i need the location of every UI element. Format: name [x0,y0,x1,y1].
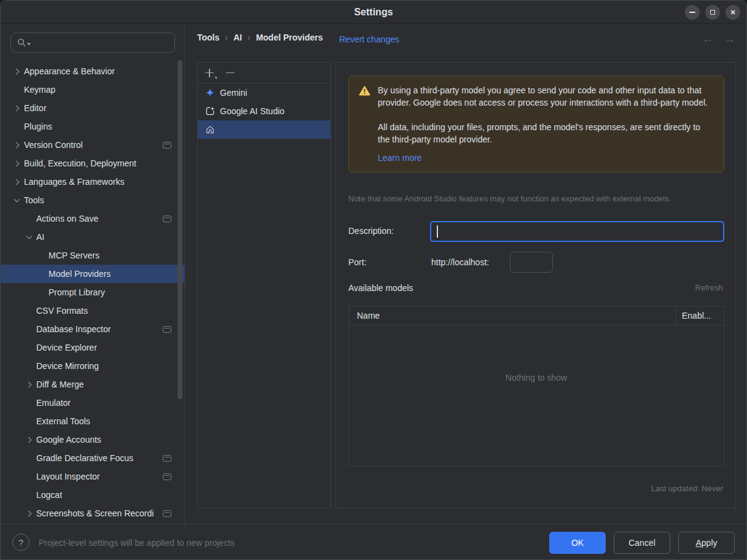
chevron-right-icon[interactable] [10,139,23,151]
maximize-button[interactable] [705,5,720,20]
minimize-button[interactable] [685,5,700,20]
chevron-spacer [23,323,35,335]
search-input[interactable] [32,38,174,48]
sidebar-item-mcp-servers[interactable]: MCP Servers [1,246,185,265]
sidebar-item-editor[interactable]: Editor [1,99,185,117]
sidebar-item-model-providers[interactable]: Model Providers [1,265,185,283]
search-icon[interactable] [17,38,31,47]
sidebar-item-plugins[interactable]: Plugins [1,117,185,136]
cancel-button[interactable]: Cancel [614,532,670,554]
project-settings-icon [163,510,171,517]
back-arrow-icon[interactable]: ← [702,33,714,46]
chevron-right-icon[interactable] [23,378,35,391]
provider-item-gemini[interactable]: Gemini [198,84,330,102]
add-provider-button[interactable] [205,69,214,77]
sidebar-item-emulator[interactable]: Emulator [1,394,185,412]
column-header-enabled[interactable]: Enabl... [676,306,724,325]
sidebar-item-ai[interactable]: AI [1,228,185,246]
port-prefix: http://localhost: [431,257,489,267]
search-box[interactable] [10,33,175,53]
banner-text: By using a third-party model you agree t… [378,84,713,164]
chevron-right-icon[interactable] [23,507,35,519]
sidebar-scrollbar[interactable] [178,60,182,399]
sidebar-item-label: Appearance & Behavior [24,66,115,76]
sidebar-item-build-execution-deployment[interactable]: Build, Execution, Deployment [1,154,185,173]
forward-arrow-icon[interactable]: → [724,33,735,46]
sidebar-item-label: Logcat [36,490,62,500]
chevron-spacer [35,249,47,262]
maximize-icon [710,10,715,15]
chevron-right-icon[interactable] [10,102,23,114]
sidebar-item-languages-frameworks[interactable]: Languages & Frameworks [1,173,185,191]
chevron-spacer [23,360,35,372]
sidebar-item-label: Languages & Frameworks [24,177,124,187]
providers-panel: GeminiGoogle AI Studio [197,62,331,508]
apply-button[interactable]: Apply [678,532,735,554]
search-options-caret-icon [27,43,31,45]
refresh-button[interactable]: Refresh [695,283,723,292]
sidebar-item-label: Version Control [24,140,83,150]
sidebar-item-label: Editor [24,103,47,113]
sidebar-item-layout-inspector[interactable]: Layout Inspector [1,467,185,486]
sidebar-item-keymap[interactable]: Keymap [1,80,185,99]
sidebar-item-screenshots-screen-recordi[interactable]: Screenshots & Screen Recordi [1,504,185,523]
warning-icon [359,85,370,164]
close-button[interactable]: ✕ [725,5,740,20]
chevron-down-icon[interactable] [10,194,23,206]
sidebar-item-label: Emulator [36,398,71,408]
dialog-buttons: OK Cancel Apply [549,532,735,554]
breadcrumb-item-tools[interactable]: Tools [197,33,219,42]
banner-paragraph-2: All data, including your files, prompts,… [378,121,713,146]
breadcrumb-item-model-providers[interactable]: Model Providers [256,33,323,42]
sidebar-item-label: Build, Execution, Deployment [24,158,136,168]
help-button[interactable]: ? [12,534,29,551]
provider-item-blank[interactable] [198,120,330,139]
sidebar-item-actions-on-save[interactable]: Actions on Save [1,209,185,228]
sidebar-item-prompt-library[interactable]: Prompt Library [1,283,185,301]
sidebar-item-device-explorer[interactable]: Device Explorer [1,338,185,357]
remove-provider-button[interactable] [226,72,235,74]
description-input[interactable] [430,221,724,242]
providers-list: GeminiGoogle AI Studio [198,84,330,139]
chevron-spacer [23,397,35,409]
sidebar-item-label: Actions on Save [36,214,98,224]
chevron-down-icon[interactable] [23,231,35,243]
sidebar-item-google-accounts[interactable]: Google Accounts [1,430,185,449]
chevron-spacer [23,470,35,483]
column-header-name[interactable]: Name [349,306,676,325]
sidebar-item-label: Screenshots & Screen Recordi [36,508,154,518]
project-settings-icon [163,142,171,149]
sidebar-item-label: Database Inspector [36,324,111,334]
port-input[interactable] [510,252,553,273]
sidebar-item-diff-merge[interactable]: Diff & Merge [1,375,185,394]
sidebar-item-external-tools[interactable]: External Tools [1,412,185,430]
ok-button[interactable]: OK [549,532,606,554]
sidebar-item-database-inspector[interactable]: Database Inspector [1,320,185,338]
settings-window: Settings ✕ Appearance & BehaviorKeymapEd… [0,0,747,560]
sidebar-item-version-control[interactable]: Version Control [1,136,185,154]
provider-item-google-ai-studio[interactable]: Google AI Studio [198,102,330,120]
chevron-right-icon[interactable] [10,176,23,188]
breadcrumb-item-ai[interactable]: AI [233,33,242,42]
chevron-spacer [23,452,35,464]
chevron-right-icon[interactable] [10,65,23,77]
chevron-spacer [23,212,35,225]
project-settings-icon [163,326,171,333]
history-nav: ← → [702,33,735,46]
sidebar-item-logcat[interactable]: Logcat [1,486,185,504]
revert-changes-link[interactable]: Revert changes [339,34,399,44]
sidebar-item-label: MCP Servers [49,251,100,260]
sidebar-item-appearance-behavior[interactable]: Appearance & Behavior [1,62,185,80]
chevron-right-icon[interactable] [10,157,23,169]
chevron-right-icon[interactable] [23,434,35,446]
sidebar-item-csv-formats[interactable]: CSV Formats [1,301,185,320]
project-settings-icon [163,473,171,480]
sidebar-item-tools[interactable]: Tools [1,191,185,209]
available-models-label: Available models [348,283,413,293]
provider-detail-panel: By using a third-party model you agree t… [335,62,736,508]
sidebar-item-device-mirroring[interactable]: Device Mirroring [1,357,185,375]
sidebar-item-gradle-declarative-focus[interactable]: Gradle Declarative Focus [1,449,185,467]
learn-more-link[interactable]: Learn more [378,153,422,163]
sidebar-item-label: Tools [24,195,44,205]
external-models-note: Note that some Android Studio features m… [348,194,671,203]
